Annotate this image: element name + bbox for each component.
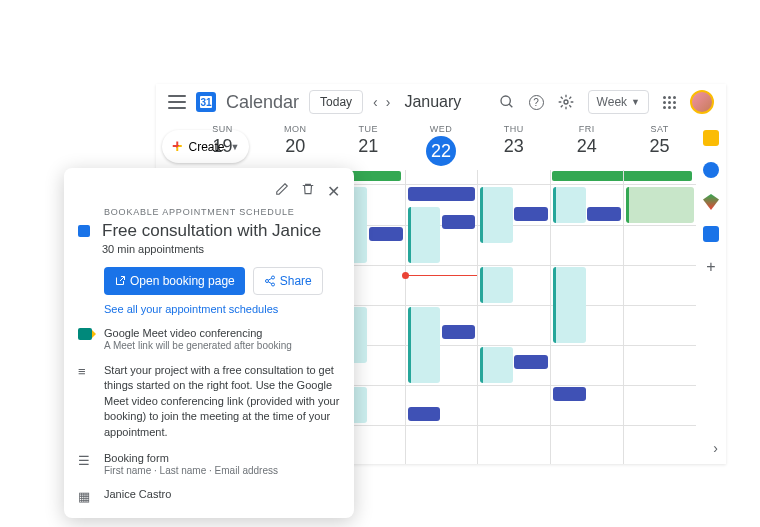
delete-icon[interactable] [301, 182, 315, 196]
event-block[interactable] [408, 207, 440, 263]
event-block[interactable] [369, 227, 403, 241]
event-block[interactable] [408, 187, 476, 201]
maps-icon[interactable] [703, 194, 719, 210]
open-icon [114, 275, 126, 287]
nav-arrows: ‹ › [373, 94, 390, 110]
popup-subtitle: 30 min appointments [102, 243, 321, 255]
chevron-down-icon: ▼ [231, 142, 240, 152]
event-block[interactable] [442, 215, 476, 229]
day-column [477, 185, 550, 464]
keep-icon[interactable] [703, 130, 719, 146]
hamburger-icon[interactable] [168, 95, 186, 109]
svg-point-2 [564, 100, 568, 104]
event-block[interactable] [408, 407, 440, 421]
popup-label: BOOKABLE APPOINTMENT SCHEDULE [104, 207, 340, 217]
appointment-popup: ✕ BOOKABLE APPOINTMENT SCHEDULE Free con… [64, 168, 354, 518]
tasks-icon[interactable] [703, 162, 719, 178]
svg-point-0 [501, 96, 510, 105]
sidebar-right: + [696, 122, 726, 276]
edit-icon[interactable] [275, 182, 289, 196]
see-all-link[interactable]: See all your appointment schedules [104, 303, 340, 315]
app-title: Calendar [226, 92, 299, 113]
day-column [405, 185, 478, 464]
share-button[interactable]: Share [253, 267, 323, 295]
color-indicator [78, 225, 90, 237]
popup-title: Free consultation with Janice [102, 221, 321, 241]
create-button[interactable]: + Create ▼ [162, 130, 249, 163]
add-icon[interactable]: + [706, 258, 715, 276]
event-block[interactable] [480, 347, 512, 383]
event-block[interactable] [480, 187, 512, 243]
meet-icon [78, 328, 92, 340]
chevron-down-icon: ▼ [631, 97, 640, 107]
current-month: January [404, 93, 461, 111]
now-indicator [406, 275, 478, 276]
day-column [550, 185, 623, 464]
description-text: Start your project with a free consultat… [104, 363, 340, 440]
search-icon[interactable] [499, 94, 515, 110]
meet-title: Google Meet video conferencing [104, 327, 340, 339]
organizer-name: Janice Castro [104, 488, 340, 500]
calendar-logo-icon: 31 [196, 92, 216, 112]
today-button[interactable]: Today [309, 90, 363, 114]
view-selector[interactable]: Week▼ [588, 90, 649, 114]
event-block[interactable] [553, 387, 585, 401]
event-block[interactable] [408, 307, 440, 383]
event-block[interactable] [553, 187, 585, 223]
svg-point-4 [265, 280, 268, 283]
event-block[interactable] [480, 267, 512, 303]
plus-icon: + [172, 136, 183, 157]
form-title: Booking form [104, 452, 340, 464]
event-block[interactable] [442, 325, 476, 339]
description-icon: ≡ [78, 364, 92, 379]
help-icon[interactable]: ? [529, 95, 544, 110]
share-icon [264, 275, 276, 287]
event-block[interactable] [626, 187, 694, 223]
svg-line-6 [268, 278, 272, 280]
form-sub: First name · Last name · Email address [104, 465, 340, 476]
topbar: 31 Calendar Today ‹ › January ? Week▼ [156, 84, 726, 120]
expand-icon[interactable]: › [713, 440, 718, 456]
event-block[interactable] [514, 207, 548, 221]
calendar-icon: ▦ [78, 489, 92, 504]
settings-icon[interactable] [558, 94, 574, 110]
event-block[interactable] [587, 207, 621, 221]
svg-point-5 [271, 283, 274, 286]
prev-week-icon[interactable]: ‹ [373, 94, 378, 110]
svg-line-7 [268, 282, 272, 284]
day-header: SUN19 MON20 TUE21 WED22 THU23 FRI24 SAT2… [186, 120, 696, 170]
meet-sub: A Meet link will be generated after book… [104, 340, 340, 351]
event-block[interactable] [553, 267, 585, 343]
svg-line-1 [509, 104, 512, 107]
form-icon: ☰ [78, 453, 92, 468]
contacts-icon[interactable] [703, 226, 719, 242]
avatar[interactable] [690, 90, 714, 114]
day-column [623, 185, 696, 464]
next-week-icon[interactable]: › [386, 94, 391, 110]
svg-point-3 [271, 276, 274, 279]
apps-icon[interactable] [663, 96, 676, 109]
open-booking-button[interactable]: Open booking page [104, 267, 245, 295]
event-block[interactable] [514, 355, 548, 369]
close-icon[interactable]: ✕ [327, 182, 340, 201]
